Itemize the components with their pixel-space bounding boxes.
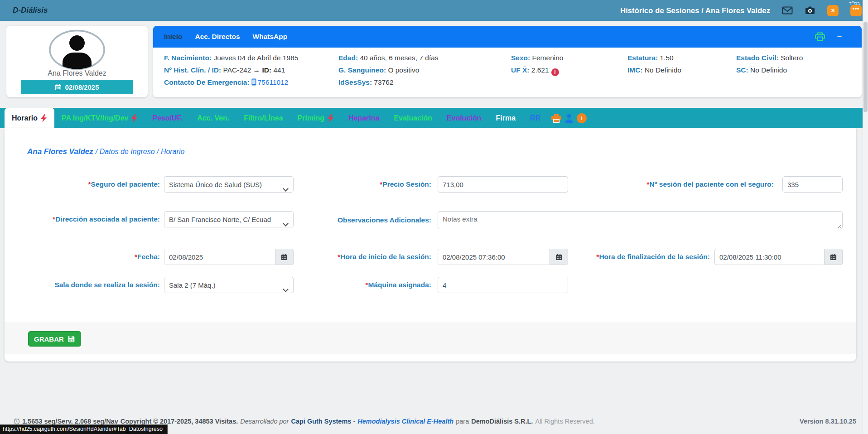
info-age: Edad: 40 años, 6 meses, 7 días [338, 52, 439, 64]
info-sc: SC: No Definido [736, 64, 803, 76]
footer-rights: All Rights Reserved. [535, 418, 594, 425]
info-col-1: F. Nacimiento: Jueves 04 de Abril de 198… [164, 52, 298, 88]
tab-filtro-linea[interactable]: Filtro/LÍnea [236, 108, 290, 128]
more-options-button[interactable]: ••• [850, 5, 862, 16]
grabar-button[interactable]: GRABAR [28, 331, 81, 347]
phone-icon [251, 78, 256, 86]
observaciones-label: Observaciones Adicionales: [276, 212, 431, 228]
calendar-icon [55, 84, 62, 91]
hora-fin-label: *Hora de finalización de la sesión: [539, 249, 710, 265]
tab-acc-ven[interactable]: Acc. Ven. [190, 108, 236, 128]
app-brand: D-Diálisis [13, 0, 48, 21]
precio-label: *Precio Sesión: [276, 176, 431, 193]
nav-item-acc-directos[interactable]: Acc. Directos [188, 33, 246, 41]
info-col-5: Estado Civil: Soltero SC: No Definido [736, 52, 803, 76]
info-bmi: IMC: No Definido [627, 64, 681, 76]
info-birthdate: F. Nacimiento: Jueves 04 de Abril de 198… [164, 52, 298, 64]
nav-item-inicio[interactable]: Inicio [158, 33, 188, 41]
tab-priming[interactable]: Priming [290, 108, 342, 128]
camera-icon[interactable] [805, 6, 815, 15]
footer-developed-by: Desarrollado por [240, 418, 289, 425]
footer-para: para [456, 418, 469, 425]
tab-pa-ing-ktv-ing-dev[interactable]: PA Ing/KTV/Ing/Dev [54, 108, 145, 128]
session-tabbar: Horario PA Ing/KTV/Ing/Dev Peso/UF. Acc.… [0, 108, 868, 128]
footer-timing: 1.5653 seg/Serv. 2.068 seg/Nav [22, 418, 118, 425]
save-icon [68, 335, 75, 343]
info-history-id: Nº Hist. Clín. / ID: PAC-242 → ID: 441 [164, 64, 298, 76]
info-col-3: Sexo: Femenino UF X̄: 2.621i [511, 52, 563, 76]
info-col-2: Edad: 40 años, 6 meses, 7 días G. Sangui… [338, 52, 439, 88]
maquina-label: *Máquina asignada: [276, 277, 431, 293]
footer-client: DemoDiálisis S.R.L. [471, 418, 533, 425]
info-height: Estatura: 1.50 [627, 52, 681, 64]
uf-info-badge-icon[interactable]: i [551, 68, 559, 76]
info-marital-status: Estado Civil: Soltero [736, 52, 803, 64]
hora-inicio-label: *Hora de inicio de la sesión: [276, 249, 431, 265]
patient-card: Ana Flores Valdez 02/08/2025 [6, 26, 148, 97]
seguro-select[interactable]: Sistema Único de Salud (SUS) [164, 176, 294, 193]
grabar-label: GRABAR [34, 335, 64, 343]
maquina-input[interactable] [438, 277, 568, 293]
observaciones-textarea[interactable] [438, 211, 843, 229]
tab-horario[interactable]: Horario [5, 108, 54, 128]
footer-product-link[interactable]: Hemodialysis Clinical E-Health [357, 418, 453, 425]
nsesion-input[interactable] [782, 176, 843, 193]
nsesion-label: *Nº sesión del paciente con el seguro: [562, 176, 774, 193]
info-emergency-contact: Contacto De Emergencia:75611012 [164, 76, 298, 88]
sala-label: Sala donde se realiza la sesión: [18, 277, 160, 293]
session-date-button[interactable]: 02/08/2025 [21, 80, 133, 94]
patient-info-grid: F. Nacimiento: Jueves 04 de Abril de 198… [153, 48, 862, 97]
page-footer: 1.5653 seg/Serv. 2.068 seg/Nav Copyright… [0, 418, 868, 425]
lightning-icon [327, 114, 334, 122]
direccion-select[interactable]: B/ San Francisco Norte, C/ Ecuad [164, 211, 294, 227]
hora-fin-calendar-button[interactable] [825, 249, 843, 265]
fecha-label: *Fecha: [18, 249, 160, 265]
info-col-4: Estatura: 1.50 IMC: No Definido [627, 52, 681, 76]
print-icon[interactable] [815, 32, 825, 41]
breadcrumb: Ana Flores Valdez/ Datos de Ingreso / Ho… [27, 147, 184, 156]
clock-icon [14, 418, 20, 424]
footer-company-link[interactable]: Capi Guth Systems - [291, 418, 355, 425]
direccion-label: *Dirección asociada al paciente: [18, 211, 160, 227]
breadcrumb-path: / Datos de Ingreso / Horario [96, 148, 185, 155]
footer-version: Version 8.31.10.25 [800, 418, 856, 425]
print-session-icon[interactable] [551, 114, 561, 123]
breadcrumb-patient-name[interactable]: Ana Flores Valdez [27, 147, 93, 156]
page-title: Histórico de Sesiones / Ana Flores Valde… [620, 6, 770, 15]
form-footer-strip: GRABAR [5, 323, 856, 354]
precio-input[interactable] [438, 176, 568, 193]
nav-item-whatsapp[interactable]: WhatsApp [246, 33, 294, 41]
horario-form-card: Ana Flores Valdez/ Datos de Ingreso / Ho… [5, 128, 856, 362]
tab-peso-uf[interactable]: Peso/UF. [145, 108, 190, 128]
hora-inicio-input[interactable] [438, 249, 550, 265]
lightning-icon [40, 114, 47, 122]
vertical-scrollbar[interactable] [863, 0, 868, 434]
session-date-label: 02/08/2025 [65, 83, 99, 91]
info-circle-icon[interactable]: i [577, 113, 587, 123]
header-actions: Histórico de Sesiones / Ana Flores Valde… [620, 0, 862, 21]
minimize-icon[interactable]: − [837, 33, 842, 41]
scrollbar-thumb[interactable] [863, 22, 868, 112]
info-sex: Sexo: Femenino [511, 52, 563, 64]
footer-copyright: Copyright © 2017-2025, 34853 Visitas. [121, 418, 238, 425]
person-icon[interactable] [564, 114, 574, 123]
emergency-phone-link[interactable]: 75611012 [258, 78, 289, 86]
tab-evaluacion[interactable]: Evaluación [387, 108, 439, 128]
info-blood-type: G. Sanguineo: O positivo [338, 64, 439, 76]
close-button[interactable]: × [827, 5, 839, 16]
app-header: D-Diálisis בס״ד Histórico de Sesiones / … [0, 0, 868, 21]
tab-rr[interactable]: RR [523, 108, 548, 128]
patient-info-panel: Inicio Acc. Directos WhatsApp − F. Nacim… [153, 26, 862, 97]
avatar [6, 29, 148, 71]
fecha-input[interactable] [164, 249, 275, 265]
info-session-id: IdSesSys: 73762 [338, 76, 439, 88]
tab-heparina[interactable]: Heparina [341, 108, 386, 128]
link-preview-statusbar: https://hd25.capiguth.com/SesionHdAtende… [0, 424, 168, 434]
tab-evolucion[interactable]: Evolución [439, 108, 488, 128]
sala-select[interactable]: Sala 2 (7 Máq.) [164, 277, 294, 293]
hora-fin-input[interactable] [714, 249, 825, 265]
seguro-label: *Seguro del paciente: [18, 176, 160, 193]
tab-firma[interactable]: Firma [489, 108, 523, 128]
quick-nav: Inicio Acc. Directos WhatsApp − [153, 26, 862, 48]
mail-icon[interactable] [782, 6, 793, 14]
